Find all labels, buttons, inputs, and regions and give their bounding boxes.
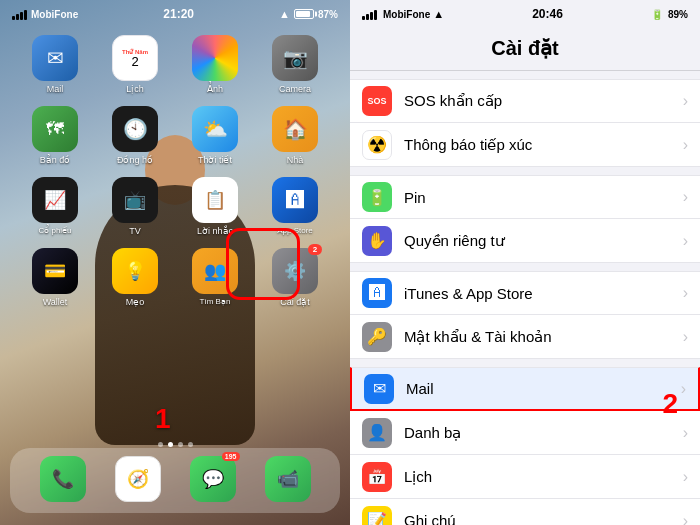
dock-safari[interactable]: 🧭	[108, 456, 168, 505]
settings-item-itunes[interactable]: 🅰 iTunes & App Store ›	[350, 271, 700, 315]
app-label-calendar: Lịch	[126, 84, 144, 94]
app-home[interactable]: 🏠 Nhà	[265, 106, 325, 165]
dock-facetime-icon: 📹	[265, 456, 311, 502]
settings-item-battery[interactable]: 🔋 Pin ›	[350, 175, 700, 219]
battery-chevron: ›	[683, 188, 688, 206]
app-appletv[interactable]: 📺 TV	[105, 177, 165, 236]
signal-bar-1	[12, 16, 15, 20]
settings-item-contacts[interactable]: 👤 Danh bạ ›	[350, 411, 700, 455]
dot-2	[168, 442, 173, 447]
tips-glyph: 💡	[124, 260, 146, 282]
app-weather[interactable]: ⛅ Thời tiết	[185, 106, 245, 165]
settings-badge: 2	[308, 244, 322, 255]
app-appstore[interactable]: 🅰 App Store	[265, 177, 325, 236]
app-label-photos: Ảnh	[207, 84, 223, 94]
app-label-tips: Mẹo	[126, 297, 145, 307]
exposure-glyph: ☢️	[367, 135, 387, 154]
battery-label: Pin	[404, 189, 683, 206]
settings-item-mail[interactable]: ✉ Mail ›	[350, 367, 700, 411]
app-tips[interactable]: 💡 Mẹo	[105, 248, 165, 307]
reminders-glyph: 📋	[204, 189, 226, 211]
maps-glyph: 🗺	[46, 119, 64, 140]
carrier-name: MobiFone	[31, 9, 78, 20]
app-label-appletv: TV	[129, 226, 141, 236]
itunes-glyph: 🅰	[369, 284, 385, 302]
mail-glyph-settings: ✉	[373, 379, 386, 398]
sig-bar-4	[374, 10, 377, 20]
password-glyph: 🔑	[367, 327, 387, 346]
app-label-wallet: Wallet	[43, 297, 68, 307]
maps-icon-img: 🗺	[32, 106, 78, 152]
sos-icon: SOS	[362, 86, 392, 116]
app-row-4: 💳 Wallet 💡 Mẹo 👥 Tìm Bạn ⚙️ 2	[15, 248, 335, 307]
notes-icon: 📝	[362, 506, 392, 526]
app-settings[interactable]: ⚙️ 2 Cài đặt	[265, 248, 325, 307]
camera-icon-img: 📷	[272, 35, 318, 81]
password-label: Mật khẩu & Tài khoản	[404, 328, 683, 346]
app-grid: ✉ Mail Thứ Năm 2 Lịch Ảnh 📷 Came	[0, 35, 350, 319]
app-row-3: 📈 Cổ phiếu 📺 TV 📋 Lời nhắc 🅰	[15, 177, 335, 236]
dock-phone-icon: 📞	[40, 456, 86, 502]
appletv-glyph: 📺	[124, 189, 146, 211]
itunes-icon: 🅰	[362, 278, 392, 308]
app-mail[interactable]: ✉ Mail	[25, 35, 85, 94]
settings-item-exposure[interactable]: ☢️ Thông báo tiếp xúc ›	[350, 123, 700, 167]
sos-chevron: ›	[683, 92, 688, 110]
dock-facetime[interactable]: 📹	[258, 456, 318, 505]
cal-day: 2	[131, 55, 138, 68]
stocks-glyph: 📈	[44, 189, 66, 211]
battery-icon	[294, 9, 314, 19]
settings-item-sos[interactable]: SOS SOS khẩn cấp ›	[350, 79, 700, 123]
signal-bar-3	[20, 12, 23, 20]
app-label-settings: Cài đặt	[280, 297, 310, 307]
app-camera[interactable]: 📷 Camera	[265, 35, 325, 94]
settings-list: SOS SOS khẩn cấp › ☢️ Thông báo tiếp xúc…	[350, 71, 700, 525]
settings-carrier: MobiFone ▲	[362, 8, 444, 20]
app-findfriends[interactable]: 👥 Tìm Bạn	[185, 248, 245, 307]
exposure-chevron: ›	[683, 136, 688, 154]
status-bar-left: MobiFone 21:20 ▲ 87%	[0, 0, 350, 28]
app-wallet[interactable]: 💳 Wallet	[25, 248, 85, 307]
settings-section-3: 🅰 iTunes & App Store › 🔑 Mật khẩu & Tài …	[350, 271, 700, 359]
dock-phone[interactable]: 📞	[33, 456, 93, 505]
app-stocks[interactable]: 📈 Cổ phiếu	[25, 177, 85, 236]
safari-glyph: 🧭	[127, 468, 149, 490]
privacy-chevron: ›	[683, 232, 688, 250]
findfriends-glyph: 👥	[204, 260, 226, 282]
app-calendar[interactable]: Thứ Năm 2 Lịch	[105, 35, 165, 94]
settings-item-notes[interactable]: 📝 Ghi chú ›	[350, 499, 700, 525]
calendar-glyph: 📅	[367, 467, 387, 486]
itunes-label: iTunes & App Store	[404, 285, 683, 302]
app-label-stocks: Cổ phiếu	[38, 226, 71, 235]
photos-icon-img	[192, 35, 238, 81]
app-label-camera: Camera	[279, 84, 311, 94]
dock-messages-icon: 💬 195	[190, 456, 236, 502]
settings-item-password[interactable]: 🔑 Mật khẩu & Tài khoản ›	[350, 315, 700, 359]
app-label-weather: Thời tiết	[198, 155, 232, 165]
app-clock[interactable]: 🕙 Đồng hồ	[105, 106, 165, 165]
app-reminders[interactable]: 📋 Lời nhắc	[185, 177, 245, 236]
sig-bar-1	[362, 16, 365, 20]
app-photos[interactable]: Ảnh	[185, 35, 245, 94]
settings-item-calendar[interactable]: 📅 Lịch ›	[350, 455, 700, 499]
settings-glyph: ⚙️	[284, 260, 306, 282]
contacts-label: Danh bạ	[404, 424, 683, 442]
facetime-glyph: 📹	[277, 468, 299, 490]
weather-glyph: ⛅	[203, 117, 228, 141]
password-chevron: ›	[683, 328, 688, 346]
app-dock: 📞 🧭 💬 195 📹	[10, 448, 340, 513]
dock-messages[interactable]: 💬 195	[183, 456, 243, 505]
settings-title-text: Cài đặt	[491, 37, 559, 59]
contacts-icon: 👤	[362, 418, 392, 448]
stocks-icon-img: 📈	[32, 177, 78, 223]
carrier-signal: MobiFone	[12, 9, 78, 20]
battery-percent: 87%	[318, 9, 338, 20]
wifi-icon: ▲	[279, 8, 290, 20]
app-maps[interactable]: 🗺 Bản đồ	[25, 106, 85, 165]
settings-right-status: 🔋 89%	[651, 9, 688, 20]
camera-glyph: 📷	[283, 46, 308, 70]
dock-safari-icon: 🧭	[115, 456, 161, 502]
notes-chevron: ›	[683, 512, 688, 526]
home-icon-img: 🏠	[272, 106, 318, 152]
settings-item-privacy[interactable]: ✋ Quyền riêng tư ›	[350, 219, 700, 263]
